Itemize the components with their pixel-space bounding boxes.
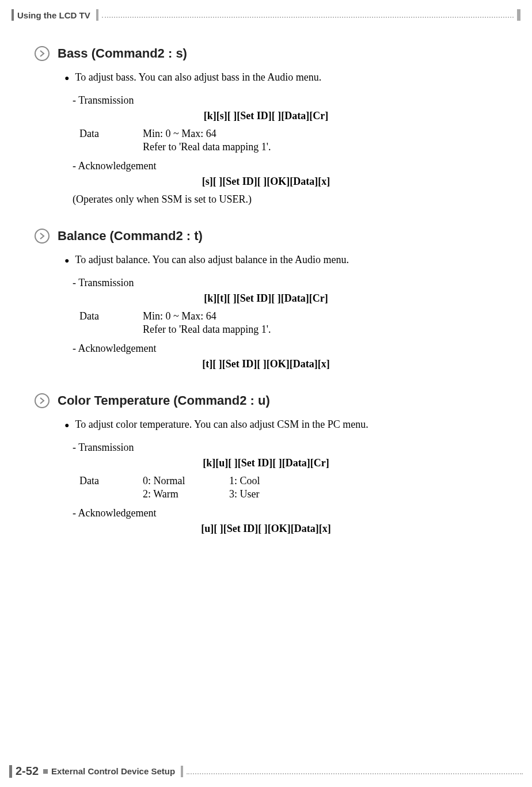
footer-bar-icon — [9, 765, 12, 778]
acknowledgement-label: - Acknowledgement — [73, 343, 497, 355]
acknowledgement-label: - Acknowledgement — [73, 160, 497, 172]
chevron-right-circle-icon — [35, 393, 50, 408]
section-header: Bass (Command2 : s) — [35, 46, 497, 61]
bullet-dot-icon: ● — [64, 254, 69, 268]
section-title: Color Temperature (Command2 : u) — [58, 393, 270, 408]
section-balance: Balance (Command2 : t) ● To adjust balan… — [35, 229, 497, 370]
footer-dotted-line — [187, 769, 523, 774]
acknowledgement-label: - Acknowledgement — [73, 507, 497, 519]
data-label: Data — [79, 310, 143, 322]
transmission-label: - Transmission — [73, 277, 497, 289]
transmission-command: [k][u][ ][Set ID][ ][Data][Cr] — [35, 457, 497, 469]
section-description: ● To adjust bass. You can also adjust ba… — [64, 71, 497, 85]
bullet-dot-icon: ● — [64, 71, 69, 85]
section-color-temperature: Color Temperature (Command2 : u) ● To ad… — [35, 393, 497, 535]
data-value: 0: Normal — [143, 475, 229, 487]
data-label: Data — [79, 475, 143, 487]
acknowledgement-command: [u][ ][Set ID][ ][OK][Data][x] — [35, 523, 497, 535]
header-title: Using the LCD TV — [17, 10, 90, 20]
transmission-command: [k][s][ ][Set ID][ ][Data][Cr] — [35, 110, 497, 122]
section-title: Balance (Command2 : t) — [58, 229, 203, 244]
transmission-label: - Transmission — [73, 442, 497, 454]
acknowledgement-command: [s][ ][Set ID][ ][OK][Data][x] — [35, 176, 497, 188]
data-row: Refer to 'Real data mapping 1'. — [79, 324, 497, 336]
section-header: Color Temperature (Command2 : u) — [35, 393, 497, 408]
header-dotted-line — [102, 12, 514, 18]
section-title: Bass (Command2 : s) — [58, 46, 187, 61]
page-footer: 2-52 External Control Device Setup — [9, 765, 523, 778]
data-row: Data 0: Normal 1: Cool — [79, 475, 497, 487]
data-value: Refer to 'Real data mapping 1'. — [143, 324, 271, 336]
bullet-dot-icon: ● — [64, 419, 69, 432]
description-text: To adjust balance. You can also adjust b… — [75, 254, 349, 266]
data-value: Min: 0 ~ Max: 64 — [143, 310, 216, 322]
data-row: 2: Warm 3: User — [79, 488, 497, 500]
section-note: (Operates only when SSM is set to USER.) — [73, 193, 497, 206]
data-value: 3: User — [229, 488, 260, 500]
data-row: Data Min: 0 ~ Max: 64 — [79, 128, 497, 140]
page-number: 2-52 — [16, 765, 39, 778]
header-separator-icon — [96, 9, 98, 21]
data-value: 1: Cool — [229, 475, 260, 487]
section-header: Balance (Command2 : t) — [35, 229, 497, 244]
data-value: Refer to 'Real data mapping 1'. — [143, 141, 271, 153]
acknowledgement-command: [t][ ][Set ID][ ][OK][Data][x] — [35, 358, 497, 370]
transmission-command: [k][t][ ][Set ID][ ][Data][Cr] — [35, 292, 497, 305]
header-end-bar-icon — [517, 9, 520, 21]
page-content: Bass (Command2 : s) ● To adjust bass. Yo… — [35, 46, 497, 558]
footer-separator-icon — [181, 766, 183, 777]
description-text: To adjust color temperature. You can als… — [75, 419, 368, 431]
section-description: ● To adjust balance. You can also adjust… — [64, 254, 497, 268]
description-text: To adjust bass. You can also adjust bass… — [75, 71, 321, 83]
header-bar-icon — [12, 9, 14, 21]
chevron-right-circle-icon — [35, 46, 50, 61]
footer-square-icon — [43, 769, 48, 774]
data-label: Data — [79, 128, 143, 140]
chevron-right-circle-icon — [35, 229, 50, 244]
data-row: Refer to 'Real data mapping 1'. — [79, 141, 497, 153]
transmission-label: - Transmission — [73, 94, 497, 107]
footer-title: External Control Device Setup — [51, 766, 175, 776]
data-value: Min: 0 ~ Max: 64 — [143, 128, 216, 140]
page-header: Using the LCD TV — [12, 9, 520, 21]
section-bass: Bass (Command2 : s) ● To adjust bass. Yo… — [35, 46, 497, 206]
data-row: Data Min: 0 ~ Max: 64 — [79, 310, 497, 322]
section-description: ● To adjust color temperature. You can a… — [64, 419, 497, 432]
data-value: 2: Warm — [143, 488, 229, 500]
